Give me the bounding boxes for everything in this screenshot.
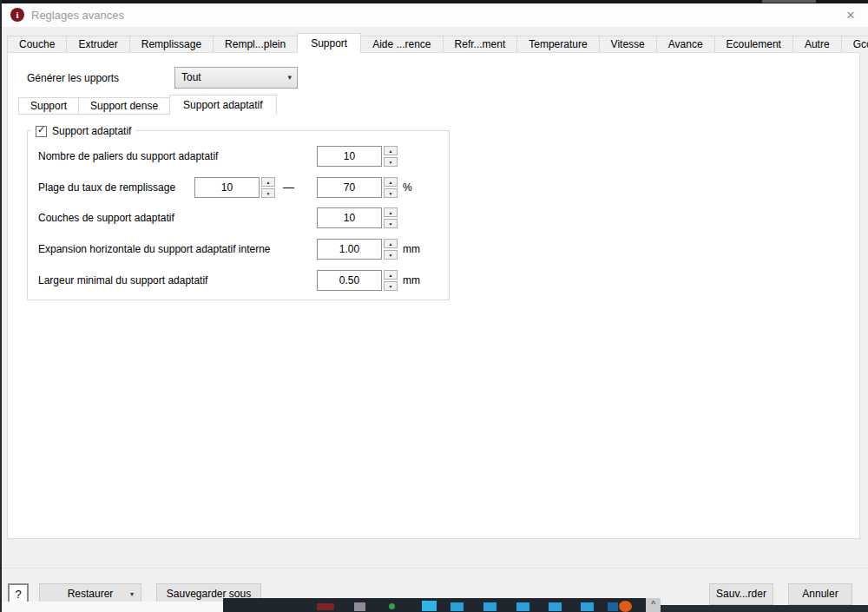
setting-row: Largeur minimal du support adaptatif 0.5… (28, 270, 449, 291)
teal-window-icon[interactable] (483, 602, 496, 611)
window-top-edge (0, 0, 868, 3)
setting-row: Nombre de paliers du support adaptatif 1… (28, 146, 449, 167)
titlebar: i Reglages avances ✕ (2, 3, 868, 27)
subtab-support-dense[interactable]: Support dense (78, 97, 170, 115)
spin-down-icon[interactable]: ▼ (261, 188, 275, 198)
teal-window-icon[interactable] (581, 602, 594, 611)
tab-ecoulement[interactable]: Ecoulement (714, 36, 793, 52)
setting-row: Couches de support adaptatif 10 ▲ ▼ (28, 207, 449, 228)
teal-window-icon[interactable] (450, 602, 464, 611)
spin-down-icon[interactable]: ▼ (384, 157, 398, 167)
spin-up-icon[interactable]: ▲ (261, 177, 275, 187)
spinner-buttons: ▲ ▼ (384, 239, 398, 260)
range-dash: — (283, 177, 294, 198)
teal-window-icon[interactable] (516, 602, 529, 611)
spin-down-icon[interactable]: ▼ (384, 281, 398, 291)
spinner-buttons: ▲ ▼ (384, 177, 398, 198)
paliers-label: Nombre de paliers du support adaptatif (38, 146, 218, 167)
checkmark-icon: ✓ (37, 124, 45, 135)
red-app-icon[interactable] (317, 603, 334, 610)
taskbar-right (661, 605, 868, 612)
groupbox-title: ✓ Support adaptatif (31, 124, 135, 138)
cancel-button[interactable]: Annuler (788, 583, 852, 605)
spin-up-icon[interactable]: ▲ (384, 207, 398, 217)
support-tab-panel: Générer les upports Tout ▾ Support Suppo… (7, 52, 860, 539)
spinner-buttons: ▲ ▼ (384, 146, 398, 167)
unit-label: mm (403, 270, 420, 291)
green-status-icon[interactable] (389, 603, 395, 609)
unit-label: % (403, 177, 412, 198)
window-left-edge (0, 0, 2, 612)
tab-autre[interactable]: Autre (792, 36, 842, 52)
purple-app-icon[interactable] (354, 602, 365, 611)
window-title: Reglages avances (31, 9, 124, 22)
main-tabbar: Couche Extruder Remplissage Rempl...plei… (7, 33, 868, 53)
chevron-down-icon: ▾ (287, 68, 292, 88)
orange-app-icon[interactable] (619, 601, 632, 612)
generate-supports-label: Générer les upports (27, 72, 119, 84)
plage-max-input[interactable]: 70 (317, 177, 382, 198)
setting-row: Plage du taux de remplissage 10 ▲ ▼ — 70… (28, 177, 449, 198)
spin-up-icon[interactable]: ▲ (384, 177, 398, 187)
desktop-sliver (0, 602, 223, 612)
tab-extruder[interactable]: Extruder (66, 36, 129, 52)
tab-avance[interactable]: Avance (656, 36, 715, 52)
spin-up-icon[interactable]: ▲ (384, 146, 398, 155)
tab-remplissage[interactable]: Remplissage (129, 36, 214, 52)
spin-down-icon[interactable]: ▼ (384, 250, 398, 260)
save-button[interactable]: Sauv...rder (709, 583, 773, 605)
tab-support[interactable]: Support (297, 33, 361, 53)
teal-window-icon[interactable] (422, 601, 437, 611)
tab-refr-ment[interactable]: Refr...ment (443, 36, 518, 52)
blue-window-icon[interactable] (608, 602, 618, 611)
tab-temperature[interactable]: Temperature (516, 36, 599, 52)
paliers-input[interactable]: 10 (317, 146, 382, 167)
unit-label: mm (403, 239, 420, 260)
window-top-edge-highlight (762, 0, 816, 3)
generate-supports-value: Tout (181, 71, 201, 83)
spin-down-icon[interactable]: ▼ (384, 219, 398, 228)
support-adaptatif-groupbox: ✓ Support adaptatif Nombre de paliers du… (27, 130, 450, 300)
plage-label: Plage du taux de remplissage (38, 177, 175, 198)
teal-window-icon[interactable] (549, 602, 562, 611)
spin-down-icon[interactable]: ▼ (384, 188, 398, 198)
spinner-buttons: ▲ ▼ (384, 207, 398, 228)
generate-supports-dropdown[interactable]: Tout ▾ (174, 67, 298, 89)
spinner-buttons: ▲ ▼ (384, 270, 398, 291)
tab-gcode[interactable]: Gcode (841, 36, 868, 52)
groupbox-title-label: Support adaptatif (52, 125, 131, 137)
expansion-label: Expansion horizontale du support adaptat… (38, 239, 271, 260)
largeur-label: Largeur minimal du support adaptatif (38, 270, 207, 291)
taskbar-chevron-up-icon[interactable]: ^ (646, 598, 661, 612)
restore-button-label: Restaurer (68, 588, 114, 600)
largeur-input[interactable]: 0.50 (317, 270, 382, 291)
plage-min-input[interactable]: 10 (194, 177, 260, 198)
tab-couche[interactable]: Couche (7, 36, 67, 52)
spin-up-icon[interactable]: ▲ (384, 270, 398, 280)
tab-rempl-plein[interactable]: Rempl...plein (213, 36, 298, 52)
setting-row: Expansion horizontale du support adaptat… (28, 239, 449, 260)
expansion-input[interactable]: 1.00 (317, 239, 382, 260)
couches-input[interactable]: 10 (317, 207, 382, 228)
spin-up-icon[interactable]: ▲ (384, 239, 398, 248)
spinner-buttons: ▲ ▼ (261, 177, 275, 198)
app-logo-icon: i (10, 8, 24, 22)
support-subtabbar: Support Support dense Support adaptatif (18, 95, 277, 115)
subtab-support[interactable]: Support (18, 97, 79, 115)
close-icon[interactable]: ✕ (840, 7, 861, 24)
footer-divider (0, 568, 868, 569)
support-adaptatif-checkbox[interactable]: ✓ (36, 126, 47, 137)
subtab-support-adaptatif[interactable]: Support adaptatif (169, 95, 276, 115)
generate-supports-row: Générer les upports Tout ▾ (8, 67, 859, 89)
tab-aide-rence[interactable]: Aide ...rence (360, 36, 443, 52)
tab-vitesse[interactable]: Vitesse (599, 36, 657, 52)
couches-label: Couches de support adaptatif (38, 207, 174, 228)
